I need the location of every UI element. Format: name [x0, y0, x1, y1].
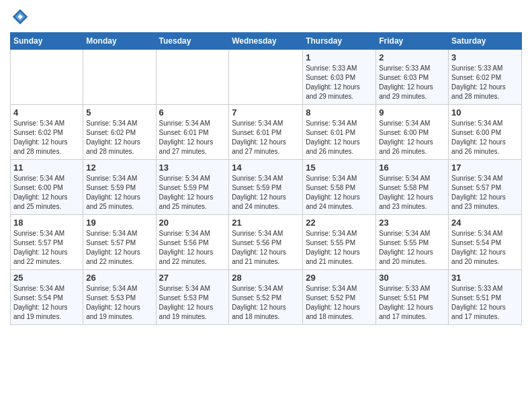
day-cell: 1Sunrise: 5:33 AM Sunset: 6:03 PM Daylig… — [303, 50, 376, 105]
day-info: Sunrise: 5:34 AM Sunset: 5:56 PM Dayligh… — [159, 229, 226, 267]
day-number: 15 — [306, 163, 373, 173]
day-number: 28 — [232, 273, 300, 283]
day-cell: 24Sunrise: 5:34 AM Sunset: 5:54 PM Dayli… — [449, 215, 522, 270]
day-info: Sunrise: 5:34 AM Sunset: 5:56 PM Dayligh… — [232, 229, 300, 267]
calendar-body: 1Sunrise: 5:33 AM Sunset: 6:03 PM Daylig… — [11, 50, 522, 325]
day-cell: 28Sunrise: 5:34 AM Sunset: 5:52 PM Dayli… — [229, 270, 303, 325]
day-number: 2 — [379, 52, 445, 62]
day-info: Sunrise: 5:34 AM Sunset: 5:58 PM Dayligh… — [306, 174, 373, 212]
day-number: 11 — [13, 163, 80, 173]
day-cell: 31Sunrise: 5:33 AM Sunset: 5:51 PM Dayli… — [449, 270, 522, 325]
day-cell: 14Sunrise: 5:34 AM Sunset: 5:59 PM Dayli… — [229, 160, 303, 215]
day-number: 9 — [379, 107, 445, 118]
day-cell: 20Sunrise: 5:34 AM Sunset: 5:56 PM Dayli… — [156, 215, 229, 270]
week-row-3: 18Sunrise: 5:34 AM Sunset: 5:57 PM Dayli… — [11, 215, 522, 270]
day-number: 8 — [306, 107, 373, 118]
day-cell: 9Sunrise: 5:34 AM Sunset: 6:00 PM Daylig… — [376, 105, 449, 160]
day-info: Sunrise: 5:34 AM Sunset: 6:00 PM Dayligh… — [379, 119, 445, 156]
day-cell — [83, 50, 156, 105]
day-info: Sunrise: 5:34 AM Sunset: 5:53 PM Dayligh… — [86, 284, 152, 322]
day-cell: 22Sunrise: 5:34 AM Sunset: 5:55 PM Dayli… — [303, 215, 376, 270]
week-row-0: 1Sunrise: 5:33 AM Sunset: 6:03 PM Daylig… — [11, 50, 522, 105]
day-info: Sunrise: 5:34 AM Sunset: 6:02 PM Dayligh… — [13, 119, 80, 156]
week-row-1: 4Sunrise: 5:34 AM Sunset: 6:02 PM Daylig… — [11, 105, 522, 160]
day-cell: 21Sunrise: 5:34 AM Sunset: 5:56 PM Dayli… — [229, 215, 303, 270]
day-cell: 18Sunrise: 5:34 AM Sunset: 5:57 PM Dayli… — [11, 215, 83, 270]
day-number: 19 — [86, 218, 152, 228]
day-cell: 3Sunrise: 5:33 AM Sunset: 6:02 PM Daylig… — [449, 50, 522, 105]
day-number: 18 — [13, 218, 80, 228]
day-cell: 15Sunrise: 5:34 AM Sunset: 5:58 PM Dayli… — [303, 160, 376, 215]
day-number: 5 — [86, 107, 152, 118]
day-cell: 30Sunrise: 5:33 AM Sunset: 5:51 PM Dayli… — [376, 270, 449, 325]
day-number: 1 — [306, 52, 373, 62]
day-cell: 10Sunrise: 5:34 AM Sunset: 6:00 PM Dayli… — [449, 105, 522, 160]
day-number: 26 — [86, 273, 152, 283]
day-cell: 11Sunrise: 5:34 AM Sunset: 6:00 PM Dayli… — [11, 160, 83, 215]
day-info: Sunrise: 5:34 AM Sunset: 5:57 PM Dayligh… — [451, 174, 519, 212]
day-number: 31 — [451, 273, 519, 283]
day-cell: 12Sunrise: 5:34 AM Sunset: 5:59 PM Dayli… — [83, 160, 156, 215]
header-cell-wednesday: Wednesday — [229, 33, 303, 50]
calendar-header: SundayMondayTuesdayWednesdayThursdayFrid… — [11, 33, 522, 50]
day-info: Sunrise: 5:34 AM Sunset: 5:59 PM Dayligh… — [86, 174, 152, 212]
day-cell: 5Sunrise: 5:34 AM Sunset: 6:02 PM Daylig… — [83, 105, 156, 160]
day-info: Sunrise: 5:34 AM Sunset: 5:55 PM Dayligh… — [379, 229, 445, 267]
day-cell: 25Sunrise: 5:34 AM Sunset: 5:54 PM Dayli… — [11, 270, 83, 325]
header-cell-thursday: Thursday — [303, 33, 376, 50]
day-cell: 4Sunrise: 5:34 AM Sunset: 6:02 PM Daylig… — [11, 105, 83, 160]
day-number: 6 — [159, 107, 226, 118]
day-number: 25 — [13, 273, 80, 283]
day-number: 27 — [159, 273, 226, 283]
day-cell: 19Sunrise: 5:34 AM Sunset: 5:57 PM Dayli… — [83, 215, 156, 270]
day-info: Sunrise: 5:34 AM Sunset: 5:54 PM Dayligh… — [13, 284, 80, 322]
day-info: Sunrise: 5:34 AM Sunset: 5:54 PM Dayligh… — [451, 229, 519, 267]
day-number: 10 — [451, 107, 519, 118]
day-info: Sunrise: 5:34 AM Sunset: 6:01 PM Dayligh… — [306, 119, 373, 156]
header-row: SundayMondayTuesdayWednesdayThursdayFrid… — [11, 33, 522, 50]
day-info: Sunrise: 5:33 AM Sunset: 6:03 PM Dayligh… — [379, 64, 445, 101]
day-info: Sunrise: 5:34 AM Sunset: 6:01 PM Dayligh… — [232, 119, 300, 156]
day-info: Sunrise: 5:34 AM Sunset: 5:58 PM Dayligh… — [379, 174, 445, 212]
day-number: 3 — [451, 52, 519, 62]
day-number: 23 — [379, 218, 445, 228]
day-number: 21 — [232, 218, 300, 228]
day-info: Sunrise: 5:33 AM Sunset: 5:51 PM Dayligh… — [451, 284, 519, 322]
day-cell: 26Sunrise: 5:34 AM Sunset: 5:53 PM Dayli… — [83, 270, 156, 325]
day-info: Sunrise: 5:34 AM Sunset: 5:59 PM Dayligh… — [232, 174, 300, 212]
day-number: 14 — [232, 163, 300, 173]
day-info: Sunrise: 5:34 AM Sunset: 6:00 PM Dayligh… — [13, 174, 80, 212]
day-number: 4 — [13, 107, 80, 118]
week-row-4: 25Sunrise: 5:34 AM Sunset: 5:54 PM Dayli… — [11, 270, 522, 325]
header-cell-friday: Friday — [376, 33, 449, 50]
page-container: SundayMondayTuesdayWednesdayThursdayFrid… — [0, 0, 532, 332]
header-cell-sunday: Sunday — [11, 33, 83, 50]
day-info: Sunrise: 5:34 AM Sunset: 5:57 PM Dayligh… — [86, 229, 152, 267]
day-cell: 27Sunrise: 5:34 AM Sunset: 5:53 PM Dayli… — [156, 270, 229, 325]
day-cell: 2Sunrise: 5:33 AM Sunset: 6:03 PM Daylig… — [376, 50, 449, 105]
day-number: 22 — [306, 218, 373, 228]
day-number: 12 — [86, 163, 152, 173]
day-cell: 17Sunrise: 5:34 AM Sunset: 5:57 PM Dayli… — [449, 160, 522, 215]
day-number: 17 — [451, 163, 519, 173]
week-row-2: 11Sunrise: 5:34 AM Sunset: 6:00 PM Dayli… — [11, 160, 522, 215]
logo-icon — [10, 7, 30, 27]
day-cell: 7Sunrise: 5:34 AM Sunset: 6:01 PM Daylig… — [229, 105, 303, 160]
day-cell: 8Sunrise: 5:34 AM Sunset: 6:01 PM Daylig… — [303, 105, 376, 160]
day-number: 29 — [306, 273, 373, 283]
day-info: Sunrise: 5:34 AM Sunset: 6:01 PM Dayligh… — [159, 119, 226, 156]
day-number: 13 — [159, 163, 226, 173]
logo — [10, 7, 33, 27]
day-info: Sunrise: 5:33 AM Sunset: 6:03 PM Dayligh… — [306, 64, 373, 101]
day-cell — [156, 50, 229, 105]
day-info: Sunrise: 5:34 AM Sunset: 5:57 PM Dayligh… — [13, 229, 80, 267]
day-info: Sunrise: 5:33 AM Sunset: 5:51 PM Dayligh… — [379, 284, 445, 322]
day-number: 20 — [159, 218, 226, 228]
day-cell — [229, 50, 303, 105]
day-cell: 23Sunrise: 5:34 AM Sunset: 5:55 PM Dayli… — [376, 215, 449, 270]
day-info: Sunrise: 5:34 AM Sunset: 6:02 PM Dayligh… — [86, 119, 152, 156]
calendar-table: SundayMondayTuesdayWednesdayThursdayFrid… — [10, 32, 522, 325]
day-cell: 13Sunrise: 5:34 AM Sunset: 5:59 PM Dayli… — [156, 160, 229, 215]
day-info: Sunrise: 5:34 AM Sunset: 5:53 PM Dayligh… — [159, 284, 226, 322]
day-info: Sunrise: 5:34 AM Sunset: 6:00 PM Dayligh… — [451, 119, 519, 156]
